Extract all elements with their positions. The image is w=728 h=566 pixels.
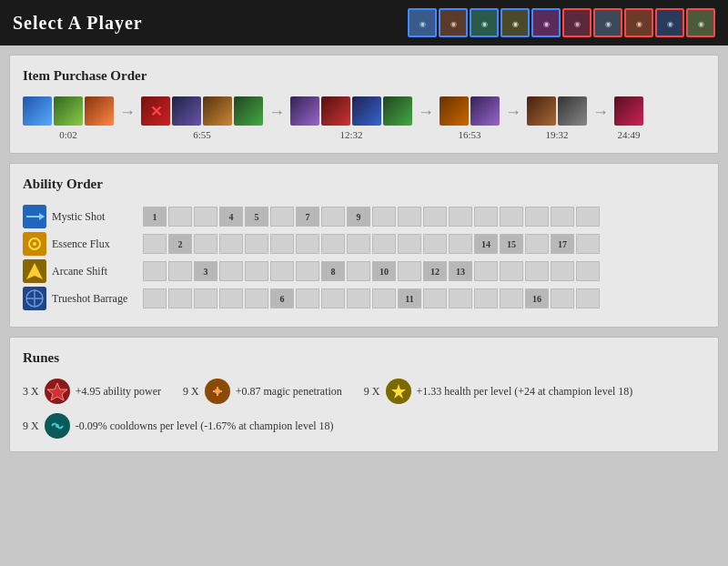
ability-order-section: Ability Order Mystic Shot 1 4 5 7 9: [9, 163, 719, 328]
ability-cell: [194, 234, 217, 254]
ability-cell: [219, 234, 243, 254]
arrow-5: →: [587, 103, 614, 122]
ability-cell: [270, 207, 294, 227]
item-group-4-icons: [440, 96, 500, 126]
mystic-shot-cells: 1 4 5 7 9: [143, 207, 705, 227]
ability-cell: 13: [449, 261, 472, 281]
ability-cell: 3: [194, 261, 217, 281]
player-icon-2[interactable]: ◉: [439, 8, 468, 37]
item-icon: [234, 96, 263, 126]
svg-text:◉: ◉: [605, 20, 612, 28]
arrow-4: →: [500, 103, 527, 122]
ability-cell: [474, 207, 498, 227]
ability-cell: 15: [500, 234, 523, 254]
rune-entry-2: 9 X +0.87 magic penetration: [183, 379, 342, 404]
ability-cell: [347, 234, 370, 254]
essence-flux-name: Essence Flux: [52, 238, 143, 251]
item-group-6: 24:49: [614, 96, 643, 140]
ability-cell: [500, 207, 523, 227]
ability-cell: [551, 207, 574, 227]
rune-1-icon: [45, 379, 70, 404]
item-icon: [614, 96, 643, 126]
ability-cell: [270, 261, 294, 281]
ability-cell: [143, 234, 167, 254]
ability-row-trueshot-barrage: Trueshot Barrage 6 11 16: [23, 287, 705, 310]
rune-3-count: 9 X: [364, 385, 380, 399]
ability-cell: [168, 288, 192, 308]
item-purchase-section: Item Purchase Order 0:02 → 6:55 →: [9, 55, 719, 154]
item-icon: [203, 96, 232, 126]
svg-point-25: [33, 242, 36, 246]
ability-cell: [576, 207, 600, 227]
ability-cell: [168, 207, 192, 227]
rune-3-icon: [386, 379, 411, 404]
svg-text:◉: ◉: [636, 20, 642, 28]
page-title: Select A Player: [13, 13, 143, 34]
player-icon-6[interactable]: ◉: [562, 8, 592, 37]
ability-cell: 5: [245, 207, 268, 227]
ability-cell: [398, 234, 421, 254]
ability-cell: 1: [143, 207, 167, 227]
player-icon-10[interactable]: ◉: [686, 8, 715, 37]
ability-cell: [576, 288, 600, 308]
ability-order-title: Ability Order: [23, 177, 705, 192]
item-icon: [85, 96, 114, 126]
ability-cell: 8: [321, 261, 345, 281]
player-icon-7[interactable]: ◉: [593, 8, 622, 37]
ability-cell: [270, 234, 294, 254]
ability-cell: [194, 288, 217, 308]
ability-cell: [576, 234, 600, 254]
essence-flux-cells: 2 14 15 17: [143, 234, 705, 254]
item-icon: [141, 96, 170, 126]
item-group-3: 12:32: [290, 96, 412, 140]
ability-cell: [576, 261, 600, 281]
ability-cell: 14: [474, 234, 498, 254]
item-icon: [23, 96, 52, 126]
ability-cell: 12: [423, 261, 447, 281]
svg-text:◉: ◉: [698, 20, 704, 28]
mystic-shot-icon: [23, 205, 46, 228]
rune-entry-4: 9 X -0.09% cooldowns per level (-1.67% a…: [23, 413, 334, 439]
ability-row-arcane-shift: Arcane Shift 3 8 10 12 13: [23, 259, 705, 283]
player-icon-8[interactable]: ◉: [624, 8, 653, 37]
ability-cell: [398, 207, 421, 227]
essence-flux-icon: [23, 232, 46, 256]
player-icon-9[interactable]: ◉: [655, 8, 684, 37]
ability-cell: [423, 288, 447, 308]
arrow-2: →: [263, 103, 290, 122]
rune-1-count: 3 X: [23, 385, 39, 399]
runes-grid: 3 X +4.95 ability power 9 X +0.87 magic …: [23, 379, 705, 439]
item-icon: [172, 96, 201, 126]
svg-text:◉: ◉: [512, 20, 519, 28]
svg-text:◉: ◉: [481, 20, 488, 28]
item-purchase-title: Item Purchase Order: [23, 68, 705, 84]
item-group-6-time: 24:49: [617, 129, 640, 140]
ability-cell: [168, 261, 192, 281]
svg-point-35: [215, 389, 220, 394]
rune-4-count: 9 X: [23, 419, 39, 433]
player-icon-1[interactable]: ◉: [408, 8, 437, 37]
rune-3-desc: +1.33 health per level (+24 at champion …: [417, 385, 633, 399]
ability-cell: 7: [296, 207, 319, 227]
player-icon-5[interactable]: ◉: [531, 8, 561, 37]
item-group-4-time: 16:53: [458, 129, 480, 140]
ability-cell: [525, 207, 549, 227]
ability-cell: 17: [551, 234, 574, 254]
ability-cell: [449, 288, 472, 308]
item-group-5: 19:32: [527, 96, 587, 140]
svg-text:◉: ◉: [574, 20, 581, 28]
item-group-1-icons: [23, 96, 114, 126]
trueshot-barrage-name: Trueshot Barrage: [52, 292, 143, 306]
item-group-1: 0:02: [23, 96, 114, 140]
trueshot-barrage-icon: [23, 287, 46, 310]
svg-text:◉: ◉: [667, 20, 673, 28]
rune-2-icon: [205, 379, 230, 404]
player-icon-4[interactable]: ◉: [500, 8, 530, 37]
item-group-2-time: 6:55: [193, 129, 211, 140]
ability-cell: [347, 288, 370, 308]
player-icon-3[interactable]: ◉: [470, 8, 499, 37]
ability-cell: [296, 288, 319, 308]
player-icons-container: ◉ ◉ ◉ ◉ ◉ ◉ ◉ ◉ ◉ ◉: [408, 8, 715, 37]
ability-cell: [423, 234, 447, 254]
ability-cell: 4: [219, 207, 243, 227]
